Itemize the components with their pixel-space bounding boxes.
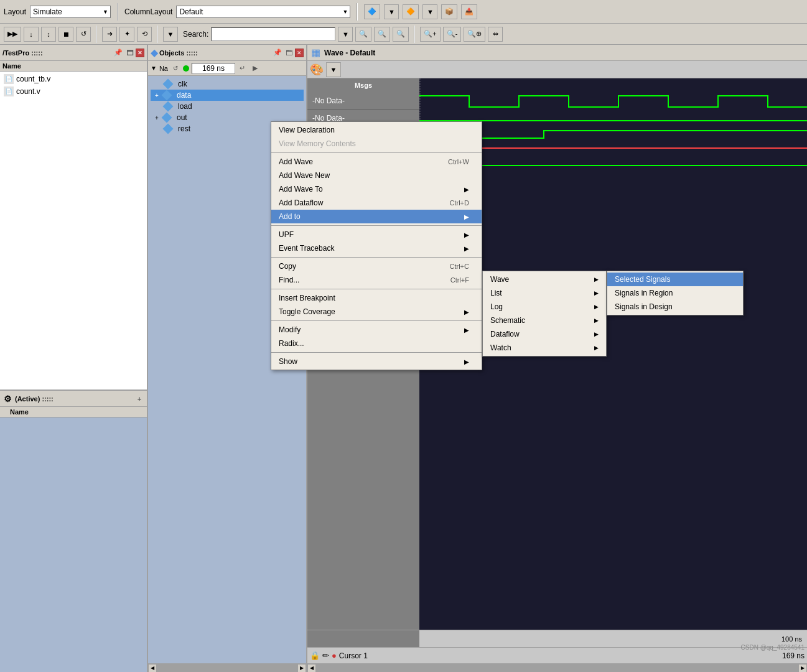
column-layout-select[interactable]: Default — [176, 6, 350, 18]
submenu-dataflow-item[interactable]: Dataflow — [483, 327, 606, 341]
timestamp-set-icon[interactable]: ↵ — [238, 63, 248, 73]
toolbar-btn-1[interactable]: 🔷 — [364, 4, 380, 19]
menu-sep-3 — [271, 257, 482, 258]
wave-hscroll-right[interactable]: ▶ — [798, 664, 807, 673]
left-panel-icons: 📌 🗔 ✕ — [113, 48, 144, 58]
search-dropdown[interactable]: ▼ — [338, 27, 353, 42]
submenu-selected-signals-item[interactable]: Selected Signals — [607, 273, 743, 286]
signal-clk[interactable]: clk — [151, 78, 304, 90]
submenu-log-item[interactable]: Log — [483, 300, 606, 314]
search-label: Search: — [183, 30, 208, 39]
menu-add-wave-new[interactable]: Add Wave New — [271, 169, 482, 182]
wave-item-label: Wave — [490, 275, 509, 284]
search-input[interactable] — [211, 27, 335, 41]
wave-header-icon: ▦ — [311, 47, 320, 58]
zoom-out-btn[interactable]: 🔍- — [443, 27, 462, 42]
step-btn[interactable]: ↓ — [24, 27, 39, 42]
submenu-signals-in-region-item[interactable]: Signals in Region — [607, 286, 743, 300]
menu-modify[interactable]: Modify ▶ — [271, 323, 482, 337]
submenu-wave-item[interactable]: Wave — [483, 273, 606, 286]
reset-icon[interactable]: ↺ — [170, 63, 180, 73]
menu-add-to[interactable]: Add to ▶ — [271, 210, 482, 223]
reset-btn[interactable]: ↺ — [76, 27, 91, 42]
zoom-btn4[interactable]: ⇔ — [488, 27, 503, 42]
menu-add-dataflow[interactable]: Add Dataflow Ctrl+D — [271, 196, 482, 210]
wave-btn2[interactable]: ✦ — [119, 27, 134, 42]
wave-toolbar-dropdown[interactable]: ▼ — [326, 62, 341, 77]
menu-toggle-coverage[interactable]: Toggle Coverage ▶ — [271, 305, 482, 319]
run-btn[interactable]: ▶▶ — [4, 27, 21, 42]
menu-event-traceback[interactable]: Event Traceback ▶ — [271, 241, 482, 255]
radix-label: Radix... — [279, 339, 304, 348]
left-panel-header: /TestPro ::::: 📌 🗔 ✕ — [0, 45, 147, 61]
left-panel-new-icon[interactable]: 🗔 — [124, 48, 134, 58]
menu-copy[interactable]: Copy Ctrl+C — [271, 259, 482, 273]
time-axis-label-area — [307, 630, 419, 647]
objects-diamond-icon: ◆ — [151, 47, 158, 58]
search-go2[interactable]: 🔍 — [374, 27, 390, 42]
submenu-signals-in-design-item[interactable]: Signals in Design — [607, 300, 743, 314]
active-panel-plus-icon[interactable]: + — [134, 394, 144, 404]
objects-close-btn[interactable]: ✕ — [295, 49, 304, 57]
submenu-watch-item[interactable]: Watch — [483, 341, 606, 355]
insert-bp-label: Insert Breakpoint — [279, 294, 335, 302]
toolbar-btn-3[interactable]: 🔶 — [403, 4, 419, 19]
zoom-fit-btn[interactable]: 🔍⊕ — [464, 27, 485, 42]
submenu-selected-signals: Selected Signals Signals in Region Signa… — [607, 271, 744, 315]
hscroll-right-btn[interactable]: ▶ — [297, 664, 306, 673]
wave-bottom-bar: 🔒 ✏ ● Cursor 1 169 ns — [307, 647, 807, 663]
add-wave-to-label: Add Wave To — [279, 185, 323, 194]
left-panel-pin-icon[interactable]: 📌 — [113, 48, 123, 58]
stop-btn[interactable]: ⏹ — [58, 27, 73, 42]
left-panel-title: /TestPro ::::: — [2, 49, 43, 57]
search-go1[interactable]: 🔍 — [355, 27, 371, 42]
toolbar-btn-5[interactable]: 📦 — [441, 4, 457, 19]
menu-show[interactable]: Show ▶ — [271, 355, 482, 368]
add-wave-to-arrow: ▶ — [464, 186, 469, 193]
out-expand-icon[interactable]: + — [153, 114, 161, 121]
wave-hscroll[interactable]: ◀ ▶ — [307, 663, 807, 672]
selected-signals-label: Selected Signals — [615, 275, 670, 284]
menu-radix[interactable]: Radix... — [271, 337, 482, 350]
data-diamond-icon — [162, 90, 172, 101]
toolbar-btn-4[interactable]: ▼ — [422, 4, 437, 19]
data-expand-icon[interactable]: + — [153, 92, 161, 99]
search-btn[interactable]: ▼ — [163, 27, 178, 42]
objects-new-icon[interactable]: 🗔 — [284, 48, 294, 58]
wave-btn1[interactable]: ➜ — [102, 27, 117, 42]
toolbar-btn-6[interactable]: 📤 — [461, 4, 477, 19]
menu-find[interactable]: Find... Ctrl+F — [271, 273, 482, 287]
menu-upf[interactable]: UPF ▶ — [271, 228, 482, 241]
column-layout-select-wrapper[interactable]: Default — [176, 6, 350, 18]
menu-add-wave-to[interactable]: Add Wave To ▶ — [271, 182, 482, 196]
wave-hscroll-left[interactable]: ◀ — [307, 664, 316, 673]
submenu-schematic-item[interactable]: Schematic — [483, 314, 606, 327]
layout-select-wrapper[interactable]: Simulate — [30, 6, 111, 18]
add-wave-new-label: Add Wave New — [279, 171, 330, 180]
wave-hscroll-track[interactable] — [316, 664, 798, 672]
signal-data[interactable]: + data — [151, 90, 304, 101]
timestamp-nav-icon[interactable]: ▶ — [250, 63, 260, 73]
layout-select[interactable]: Simulate — [30, 6, 111, 18]
file-item-1[interactable]: 📄 count.v — [1, 85, 146, 98]
toolbar-btn-2[interactable]: ▼ — [384, 4, 399, 19]
objects-pin-icon[interactable]: 📌 — [273, 48, 282, 58]
step2-btn[interactable]: ↕ — [41, 27, 56, 42]
left-panel-close-btn[interactable]: ✕ — [136, 49, 144, 57]
hscroll-left-btn[interactable]: ◀ — [148, 664, 157, 673]
menu-add-wave[interactable]: Add Wave Ctrl+W — [271, 155, 482, 169]
submenu-list-item[interactable]: List — [483, 286, 606, 300]
add-wave-shortcut: Ctrl+W — [448, 158, 469, 166]
hscroll-track[interactable] — [157, 664, 297, 672]
layout-label: Layout — [4, 7, 26, 16]
search-go3[interactable]: 🔍 — [393, 27, 409, 42]
out-label: out — [177, 113, 187, 122]
wave-btn3[interactable]: ⟲ — [137, 27, 152, 42]
file-item-0[interactable]: 📄 count_tb.v — [1, 73, 146, 85]
menu-insert-breakpoint[interactable]: Insert Breakpoint — [271, 291, 482, 305]
objects-hscroll[interactable]: ◀ ▶ — [148, 663, 306, 672]
menu-view-declaration[interactable]: View Declaration — [271, 123, 482, 137]
signal-load[interactable]: load — [151, 101, 304, 112]
wave-palette-icon[interactable]: 🎨 — [310, 63, 324, 77]
zoom-in-btn[interactable]: 🔍+ — [420, 27, 440, 42]
